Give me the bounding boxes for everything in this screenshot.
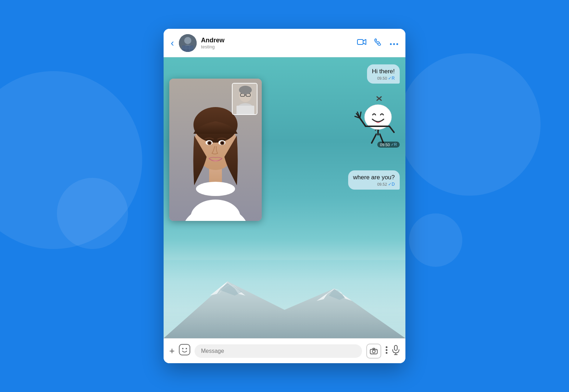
message-meta-2: 09.52 ✓D — [353, 182, 395, 187]
bg-decoration-2 — [57, 178, 128, 249]
svg-point-58 — [182, 348, 184, 349]
microphone-button[interactable] — [392, 345, 400, 357]
svg-point-59 — [186, 348, 187, 349]
message-text-1: Hi there! — [372, 68, 395, 75]
camera-button[interactable] — [366, 344, 381, 359]
svg-point-55 — [239, 86, 252, 94]
svg-point-61 — [372, 350, 375, 353]
message-bubble-2: where are you? 09.52 ✓D — [348, 170, 400, 190]
svg-rect-57 — [179, 344, 190, 355]
message-bubble-1: Hi there! 09.50 ✓R — [367, 64, 400, 84]
svg-point-65 — [386, 352, 388, 354]
bg-decoration-3 — [398, 53, 541, 196]
svg-point-40 — [196, 182, 235, 196]
sticker-status: ✓R — [391, 142, 397, 147]
self-video-thumb — [232, 83, 257, 115]
svg-point-64 — [386, 349, 388, 351]
svg-point-63 — [386, 346, 388, 348]
header-actions — [357, 38, 398, 48]
svg-point-48 — [221, 142, 223, 144]
sticker-message: 09.50 ✓R — [341, 88, 398, 146]
contact-info: Andrew testing — [201, 37, 357, 49]
phone-call-button[interactable] — [374, 38, 382, 48]
sticker-image — [341, 88, 398, 145]
video-main-feed — [169, 79, 262, 221]
svg-line-24 — [372, 134, 376, 143]
message-status-1: ✓R — [388, 76, 395, 81]
chat-header: ‹ Andrew testing — [164, 29, 405, 57]
svg-rect-8 — [357, 39, 363, 44]
svg-point-62 — [376, 350, 376, 351]
contact-status: testing — [201, 44, 357, 49]
video-call-overlay — [169, 79, 262, 221]
svg-point-10 — [393, 43, 395, 45]
back-button[interactable]: ‹ — [171, 37, 174, 49]
contact-name: Andrew — [201, 37, 357, 44]
app-window: ‹ Andrew testing — [164, 29, 405, 363]
svg-point-9 — [390, 43, 392, 45]
sticker-meta: 09.50 ✓R — [377, 142, 400, 148]
svg-point-1 — [184, 37, 191, 44]
svg-line-32 — [360, 112, 361, 118]
more-media-button[interactable] — [385, 346, 388, 356]
video-call-button[interactable] — [357, 38, 366, 48]
more-options-button[interactable] — [390, 38, 398, 48]
message-status-2: ✓D — [388, 182, 395, 187]
message-meta-1: 09.50 ✓R — [372, 76, 395, 81]
message-toolbar: + — [164, 338, 405, 363]
svg-point-11 — [397, 43, 398, 45]
svg-line-33 — [389, 126, 394, 132]
emoji-button[interactable] — [179, 344, 190, 358]
message-text-2: where are you? — [353, 174, 395, 181]
svg-rect-56 — [236, 106, 254, 115]
svg-point-47 — [208, 142, 211, 144]
svg-rect-66 — [394, 345, 397, 350]
message-input[interactable] — [195, 344, 362, 358]
contact-avatar[interactable] — [179, 34, 197, 52]
add-button[interactable]: + — [169, 345, 175, 356]
bg-decoration-4 — [409, 213, 462, 267]
chat-area: Hi there! 09.50 ✓R — [164, 57, 405, 338]
svg-rect-3 — [182, 46, 193, 52]
